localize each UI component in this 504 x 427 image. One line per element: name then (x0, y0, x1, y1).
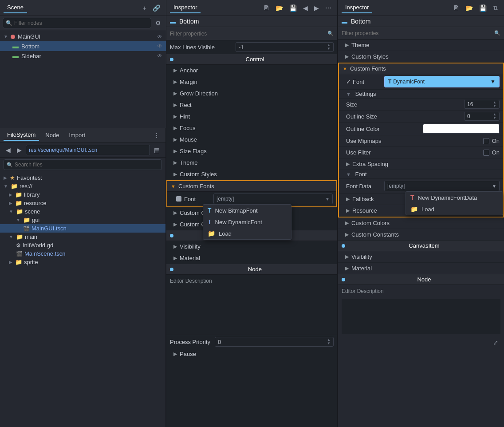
inspector-left-next-button[interactable]: ▶ (312, 3, 321, 13)
scene-settings-button[interactable]: ⚙ (153, 18, 163, 28)
ri-outline-size-down[interactable]: ▼ (493, 116, 496, 120)
node-maingui[interactable]: ▼ MainGUI 👁 (0, 32, 166, 41)
fs-initworld[interactable]: ⚙ InitWorld.gd (0, 241, 165, 249)
fs-main[interactable]: ▼ 📁 main (0, 233, 165, 241)
dropdown-load[interactable]: 📁 Load (203, 228, 291, 239)
prop-size-flags[interactable]: ▶ Size Flags (166, 146, 337, 157)
fs-res[interactable]: ▼ 📁 res:// (0, 182, 165, 190)
node-tab[interactable]: Node (42, 130, 63, 140)
fs-library[interactable]: ▶ 📁 library (0, 190, 165, 199)
dynamic-font-value[interactable]: T DynamicFont ▼ (384, 76, 500, 87)
ri-toolbar-btn3[interactable]: 💾 (477, 3, 489, 13)
use-mipmaps-checkbox[interactable] (483, 138, 489, 144)
fs-resource[interactable]: ▶ 📁 resource (0, 199, 165, 207)
fs-back-button[interactable]: ◀ (4, 145, 13, 155)
filter-nodes-input[interactable] (14, 20, 148, 26)
prop-anchor[interactable]: ▶ Anchor (166, 65, 337, 76)
scene-tab[interactable]: Scene (4, 2, 27, 13)
use-filter-checkbox[interactable] (483, 150, 489, 156)
filter-properties-input-left[interactable] (170, 31, 327, 37)
inspector-left-toolbar-btn3[interactable]: 💾 (287, 3, 299, 13)
inspector-right-filter[interactable]: 🔍 (338, 27, 504, 40)
fs-scene[interactable]: ▼ 📁 scene (0, 207, 165, 216)
expand-editor-desc-button-right[interactable]: ⤢ (491, 338, 500, 348)
node-bottom[interactable]: ▬ Bottom 👁 (0, 41, 166, 51)
ri-prop-material[interactable]: ▶ Material (338, 263, 504, 274)
node-sidebar[interactable]: ▬ Sidebar 👁 (0, 51, 166, 61)
process-priority-value-box[interactable]: 0 ▲ ▼ (215, 337, 334, 347)
settings-section[interactable]: ▼ Settings (339, 90, 503, 99)
inspector-left-filter[interactable]: 🔍 (166, 27, 337, 40)
node-section-header-right[interactable]: Node (338, 274, 504, 285)
ri-prop-visibility[interactable]: ▶ Visibility (338, 251, 504, 263)
eye-icon-sidebar[interactable]: 👁 (157, 53, 162, 59)
ri-size-value[interactable]: 16 ▲ ▼ (464, 100, 500, 109)
fs-view-button[interactable]: ▤ (152, 145, 162, 155)
fs-menu-button[interactable]: ⋮ (151, 130, 162, 140)
spinner-down2[interactable]: ▼ (327, 342, 331, 345)
inspector-right-tab[interactable]: Inspector (342, 2, 372, 13)
editor-desc-area-left[interactable] (170, 289, 334, 333)
font-data-value-box[interactable]: [empty] ▼ (384, 181, 500, 191)
inspector-left-prev-button[interactable]: ◀ (301, 3, 310, 13)
ri-use-filter-value[interactable]: On (483, 149, 500, 156)
ri-dropdown-load[interactable]: 📁 Load (406, 203, 503, 215)
prop-focus[interactable]: ▶ Focus (166, 123, 337, 134)
prop-theme[interactable]: ▶ Theme (166, 157, 337, 169)
max-lines-spinner[interactable]: ▲ ▼ (327, 43, 331, 51)
ri-size-spinner[interactable]: ▲ ▼ (493, 101, 496, 108)
prop-margin[interactable]: ▶ Margin (166, 76, 337, 88)
dropdown-new-bitmap[interactable]: T New BitmapFont (203, 205, 291, 216)
prop-pause[interactable]: ▶ Pause (166, 348, 337, 360)
ri-prop-theme[interactable]: ▶ Theme (338, 40, 504, 51)
ri-outline-color-swatch[interactable] (423, 124, 500, 134)
ri-prop-custom-colors[interactable]: ▶ Custom Colors (338, 217, 504, 229)
ri-size-down[interactable]: ▼ (493, 104, 496, 108)
fs-sprite[interactable]: ▶ 📁 sprite (0, 258, 165, 266)
add-node-button[interactable]: + (141, 3, 149, 13)
inspector-left-toolbar-btn2[interactable]: 📂 (273, 3, 285, 13)
fs-search-input[interactable] (15, 162, 159, 168)
fs-forward-button[interactable]: ▶ (15, 145, 24, 155)
ri-outline-size-spinner[interactable]: ▲ ▼ (493, 113, 496, 120)
font-dropdown-arrow-left[interactable]: ▼ (325, 197, 330, 202)
prop-hint[interactable]: ▶ Hint (166, 111, 337, 123)
inspector-left-tab[interactable]: Inspector (170, 2, 201, 13)
editor-desc-area-right[interactable] (342, 299, 500, 334)
dropdown-new-dynamic[interactable]: T New DynamicFont (203, 216, 291, 228)
dynamic-font-dropdown-arrow[interactable]: ▼ (490, 79, 496, 85)
prop-custom-styles[interactable]: ▶ Custom Styles (166, 169, 337, 180)
ri-use-mipmaps-value[interactable]: On (483, 138, 500, 144)
fs-maingui-tscn[interactable]: 🎬 MainGUI.tscn (0, 224, 165, 233)
fs-gui[interactable]: ▼ 📁 gui (0, 216, 165, 224)
eye-icon-maingui[interactable]: 👁 (157, 34, 162, 40)
fs-mainscene[interactable]: 🎬 MainScene.tscn (0, 249, 165, 258)
prop-visibility-left[interactable]: ▶ Visibility (166, 241, 337, 253)
ri-dropdown-new-dynamic-data[interactable]: T New DynamicFontData (406, 192, 503, 203)
inspector-left-toolbar-btn1[interactable]: 🖹 (261, 3, 272, 13)
link-button[interactable]: 🔗 (150, 3, 162, 13)
spinner-down-icon[interactable]: ▼ (327, 47, 331, 51)
prop-grow-direction[interactable]: ▶ Grow Direction (166, 88, 337, 99)
filter-nodes-bar[interactable]: 🔍 (3, 18, 151, 28)
ri-toolbar-btn2[interactable]: 📂 (463, 3, 475, 13)
font-value-box-left[interactable]: [empty] ▼ (213, 194, 333, 204)
inspector-left-sort-button[interactable]: ⋯ (323, 3, 334, 13)
font-subsection[interactable]: ▼ Font (339, 170, 503, 179)
ri-toolbar-btn1[interactable]: 🖹 (451, 3, 461, 13)
custom-fonts-header-right[interactable]: ▼ Custom Fonts (339, 63, 503, 74)
prop-rect[interactable]: ▶ Rect (166, 99, 337, 111)
control-section-header[interactable]: Control (166, 54, 337, 65)
prop-mouse[interactable]: ▶ Mouse (166, 134, 337, 146)
filter-properties-input-right[interactable] (342, 30, 494, 36)
filesystem-tab[interactable]: FileSystem (4, 130, 39, 141)
filesystem-search[interactable]: 🔍 (4, 159, 162, 170)
ri-prop-custom-constants[interactable]: ▶ Custom Constants (338, 229, 504, 241)
ri-prop-custom-styles[interactable]: ▶ Custom Styles (338, 51, 504, 63)
color-white-swatch[interactable] (423, 124, 500, 134)
max-lines-value[interactable]: -1 ▲ ▼ (236, 42, 334, 52)
import-tab[interactable]: Import (65, 130, 89, 140)
process-priority-spinner[interactable]: ▲ ▼ (327, 338, 331, 345)
node-section-header-left[interactable]: Node (166, 264, 337, 275)
ri-sort-button[interactable]: ⇅ (491, 3, 500, 13)
